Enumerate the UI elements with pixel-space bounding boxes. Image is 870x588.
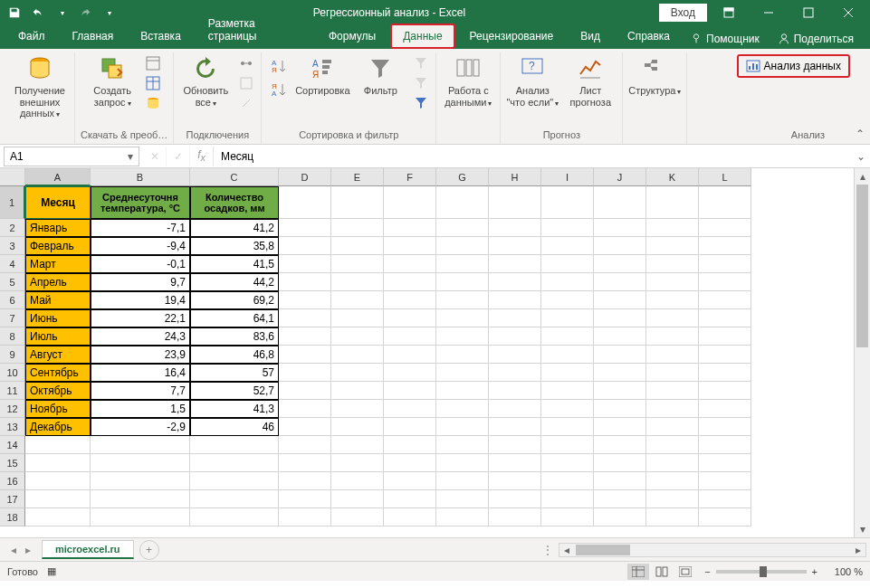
cell-F18[interactable] xyxy=(384,508,436,526)
cell-I13[interactable] xyxy=(541,418,594,436)
cell-L6[interactable] xyxy=(699,291,751,309)
cell-H10[interactable] xyxy=(489,364,541,382)
cell-H1[interactable] xyxy=(489,186,541,219)
cell-K1[interactable] xyxy=(646,186,699,219)
cell-E14[interactable] xyxy=(331,436,384,454)
forecast-sheet-button[interactable]: Лист прогноза xyxy=(564,54,617,108)
row-header-12[interactable]: 12 xyxy=(0,400,25,418)
cell-A6[interactable]: Май xyxy=(25,291,91,309)
tab-review[interactable]: Рецензирование xyxy=(457,24,567,49)
cell-L11[interactable] xyxy=(699,382,751,400)
cell-H16[interactable] xyxy=(489,472,541,490)
zoom-out-button[interactable]: − xyxy=(704,566,710,577)
row-header-3[interactable]: 3 xyxy=(0,237,25,255)
cell-I1[interactable] xyxy=(541,186,594,219)
cell-A15[interactable] xyxy=(25,454,91,472)
cell-I6[interactable] xyxy=(541,291,594,309)
edit-links-button[interactable] xyxy=(237,94,255,112)
cell-G7[interactable] xyxy=(436,309,489,327)
cell-L2[interactable] xyxy=(699,219,751,237)
cell-G12[interactable] xyxy=(436,400,489,418)
cell-H2[interactable] xyxy=(489,219,541,237)
cell-I16[interactable] xyxy=(541,472,594,490)
cell-D14[interactable] xyxy=(279,436,331,454)
cell-G3[interactable] xyxy=(436,237,489,255)
cell-L13[interactable] xyxy=(699,418,751,436)
cell-D10[interactable] xyxy=(279,364,331,382)
cell-J2[interactable] xyxy=(594,219,646,237)
signin-button[interactable]: Вход xyxy=(659,4,707,22)
cell-L4[interactable] xyxy=(699,255,751,273)
cell-E15[interactable] xyxy=(331,454,384,472)
cell-E10[interactable] xyxy=(331,364,384,382)
cell-C15[interactable] xyxy=(190,454,279,472)
cell-K8[interactable] xyxy=(646,327,699,346)
cell-K7[interactable] xyxy=(646,309,699,327)
redo-button[interactable] xyxy=(74,2,96,24)
hscroll-thumb[interactable] xyxy=(576,545,630,555)
zoom-level[interactable]: 100 % xyxy=(823,566,863,577)
cell-G17[interactable] xyxy=(436,490,489,508)
row-header-9[interactable]: 9 xyxy=(0,346,25,364)
undo-button[interactable] xyxy=(27,2,49,24)
row-header-15[interactable]: 15 xyxy=(0,454,25,472)
cell-G1[interactable] xyxy=(436,186,489,219)
cell-K10[interactable] xyxy=(646,364,699,382)
cell-K9[interactable] xyxy=(646,346,699,364)
cell-E17[interactable] xyxy=(331,490,384,508)
col-header-B[interactable]: B xyxy=(91,168,190,186)
cell-J14[interactable] xyxy=(594,436,646,454)
cell-E9[interactable] xyxy=(331,346,384,364)
cell-H17[interactable] xyxy=(489,490,541,508)
cell-D12[interactable] xyxy=(279,400,331,418)
tab-insert[interactable]: Вставка xyxy=(128,24,194,49)
cell-D15[interactable] xyxy=(279,454,331,472)
expand-formula-bar-button[interactable]: ⌄ xyxy=(852,150,870,163)
maximize-button[interactable] xyxy=(790,0,827,25)
cell-B11[interactable]: 7,7 xyxy=(91,382,190,400)
cell-C2[interactable]: 41,2 xyxy=(190,219,279,237)
cell-G4[interactable] xyxy=(436,255,489,273)
cell-B15[interactable] xyxy=(91,454,190,472)
reapply-button[interactable] xyxy=(412,74,430,92)
cell-E18[interactable] xyxy=(331,508,384,526)
cell-I14[interactable] xyxy=(541,436,594,454)
cell-F10[interactable] xyxy=(384,364,436,382)
close-button[interactable] xyxy=(830,0,866,25)
cell-C3[interactable]: 35,8 xyxy=(190,237,279,255)
cell-C9[interactable]: 46,8 xyxy=(190,346,279,364)
cell-K2[interactable] xyxy=(646,219,699,237)
cell-D16[interactable] xyxy=(279,472,331,490)
connections-button[interactable] xyxy=(237,54,255,72)
cell-F9[interactable] xyxy=(384,346,436,364)
cell-A14[interactable] xyxy=(25,436,91,454)
row-header-16[interactable]: 16 xyxy=(0,472,25,490)
cell-I4[interactable] xyxy=(541,255,594,273)
cell-H13[interactable] xyxy=(489,418,541,436)
qat-customize[interactable] xyxy=(98,2,120,24)
from-table-button[interactable] xyxy=(144,74,162,92)
cell-L3[interactable] xyxy=(699,237,751,255)
clear-filter-button[interactable] xyxy=(412,54,430,72)
cell-C12[interactable]: 41,3 xyxy=(190,400,279,418)
cell-D11[interactable] xyxy=(279,382,331,400)
sheet-first-button[interactable]: ◂ xyxy=(7,544,20,556)
horizontal-scrollbar[interactable]: ◂ ▸ xyxy=(559,543,866,557)
cell-J17[interactable] xyxy=(594,490,646,508)
cell-A4[interactable]: Март xyxy=(25,255,91,273)
col-header-L[interactable]: L xyxy=(699,168,751,186)
cell-E12[interactable] xyxy=(331,400,384,418)
cell-C17[interactable] xyxy=(190,490,279,508)
cell-A7[interactable]: Июнь xyxy=(25,309,91,327)
scroll-down-button[interactable]: ▾ xyxy=(855,521,870,537)
cell-G15[interactable] xyxy=(436,454,489,472)
cell-L17[interactable] xyxy=(699,490,751,508)
cell-J5[interactable] xyxy=(594,273,646,291)
share-button[interactable]: Поделиться xyxy=(772,29,859,49)
col-header-J[interactable]: J xyxy=(594,168,646,186)
cell-A3[interactable]: Февраль xyxy=(25,237,91,255)
cell-F14[interactable] xyxy=(384,436,436,454)
save-button[interactable] xyxy=(4,2,25,24)
tab-formulas[interactable]: Формулы xyxy=(316,24,388,49)
cell-K13[interactable] xyxy=(646,418,699,436)
